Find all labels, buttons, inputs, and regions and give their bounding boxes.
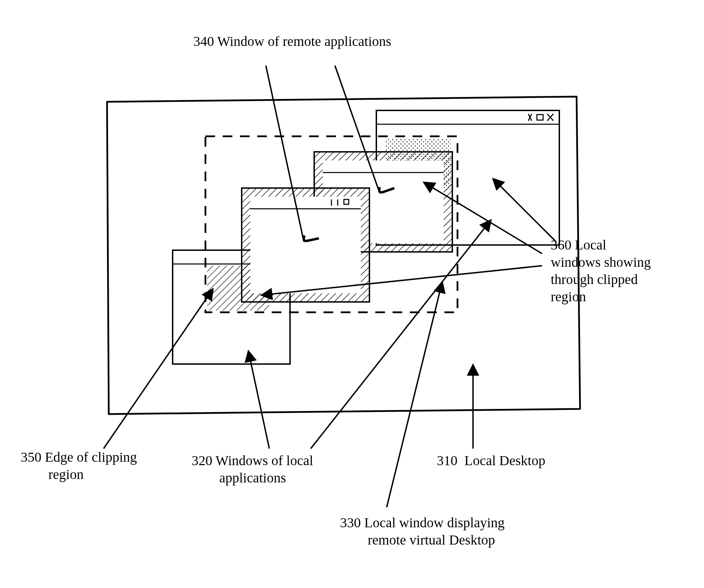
label-330: 330 Local window displaying remote virtu… bbox=[340, 514, 505, 549]
label-360: 360 Local windows showing through clippe… bbox=[551, 236, 651, 305]
leader-350 bbox=[104, 290, 212, 449]
svg-rect-13 bbox=[250, 197, 361, 293]
label-340: 340 Window of remote applications bbox=[193, 33, 391, 50]
remote-window-left bbox=[242, 188, 369, 302]
label-320: 320 Windows of local applications bbox=[192, 452, 313, 487]
label-350: 350 Edge of clipping region bbox=[21, 449, 137, 483]
label-310: 310 Local Desktop bbox=[437, 452, 545, 469]
diagram-root: 340 Window of remote applications 360 Lo… bbox=[0, 0, 704, 588]
leader-320-a bbox=[249, 352, 269, 449]
